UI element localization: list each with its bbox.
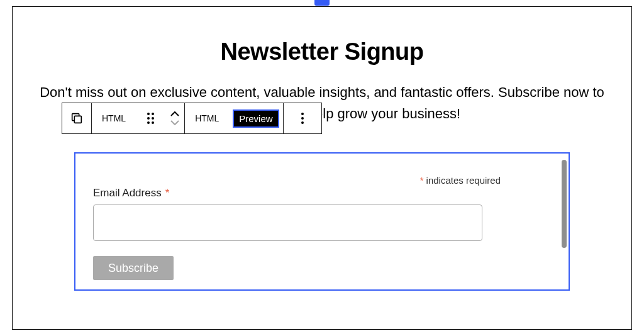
- drag-handle[interactable]: [136, 103, 165, 133]
- chevron-down-icon: [170, 120, 179, 125]
- selection-top-handle[interactable]: [314, 0, 330, 6]
- select-parent-button[interactable]: [62, 103, 91, 133]
- html-mode-label: HTML: [192, 113, 221, 123]
- html-mode-button[interactable]: HTML: [185, 103, 229, 133]
- overlap-squares-icon: [70, 111, 84, 125]
- email-field[interactable]: [93, 204, 482, 241]
- form-scrollbar[interactable]: [562, 160, 567, 248]
- drag-dots-icon: [143, 113, 158, 124]
- more-options-button[interactable]: [284, 103, 321, 133]
- html-form-block[interactable]: *indicates required Email Address * Subs…: [74, 152, 570, 291]
- subscribe-button[interactable]: Subscribe: [93, 256, 174, 280]
- toolbar-group-mode: HTML Preview: [185, 103, 283, 134]
- block-toolbar: HTML HTML Preview: [62, 103, 322, 134]
- email-field-label: Email Address *: [93, 187, 551, 199]
- asterisk-icon: *: [165, 187, 170, 199]
- required-note-text: indicates required: [426, 175, 501, 186]
- svg-rect-1: [74, 116, 81, 123]
- editor-canvas: Newsletter Signup Don't miss out on excl…: [12, 6, 632, 330]
- block-type-label: HTML: [99, 113, 128, 123]
- chevron-up-icon: [170, 111, 179, 116]
- toolbar-group-parent: [62, 103, 92, 134]
- block-type-indicator[interactable]: HTML: [92, 103, 136, 133]
- email-label-text: Email Address: [93, 187, 162, 199]
- toolbar-group-more: [284, 103, 322, 134]
- move-updown-button[interactable]: [165, 103, 184, 133]
- page-title: Newsletter Signup: [31, 38, 613, 65]
- required-indicator-note: *indicates required: [93, 175, 551, 186]
- preview-mode-button[interactable]: Preview: [233, 109, 279, 128]
- toolbar-group-block: HTML: [92, 103, 185, 134]
- asterisk-icon: *: [420, 175, 424, 186]
- vertical-dots-icon: [291, 113, 314, 124]
